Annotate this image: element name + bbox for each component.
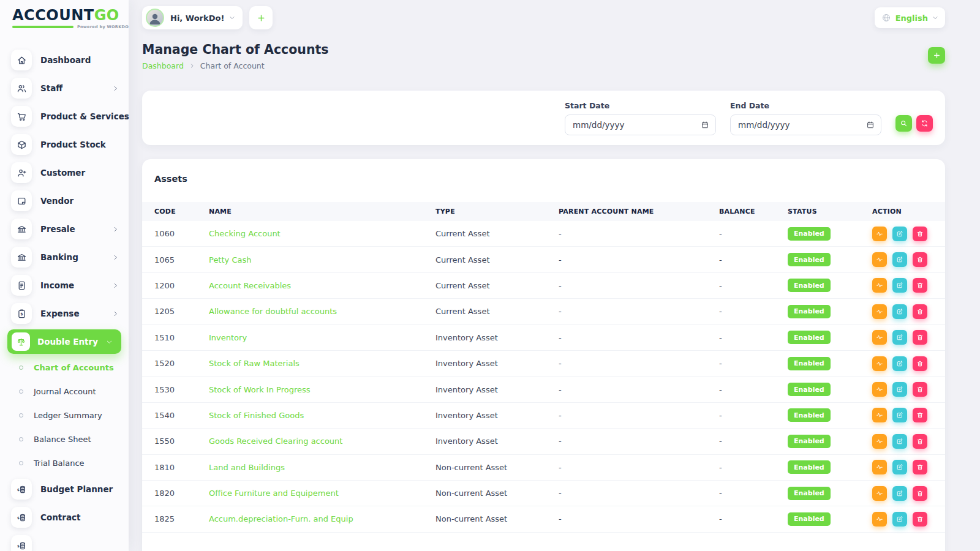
trash-icon [916,334,924,341]
account-name-link[interactable]: Accum.depreciation-Furn. and Equip [209,514,353,523]
sidebar-item-banking[interactable]: Banking [0,243,129,271]
wave-icon [876,411,883,419]
delete-action-button[interactable] [913,227,927,241]
delete-action-button[interactable] [913,512,927,527]
end-date-input[interactable]: mm/dd/yyyy [730,114,881,135]
account-name-link[interactable]: Petty Cash [209,255,251,264]
sidebar-item-dashboard[interactable]: Dashboard [0,46,129,74]
account-balance: - [719,489,788,498]
sidebar-item-contract[interactable]: $Contract [0,503,129,531]
transactions-action-button[interactable] [872,512,887,527]
transactions-action-button[interactable] [872,382,887,397]
delete-action-button[interactable] [913,486,927,501]
account-name-link[interactable]: Office Furniture and Equipement [209,489,339,498]
edit-action-button[interactable] [892,434,907,449]
transactions-action-button[interactable] [872,434,887,449]
edit-action-button[interactable] [892,252,907,267]
apply-filter-button[interactable] [895,115,912,132]
trash-icon [916,230,924,238]
edit-action-button[interactable] [892,486,907,501]
start-date-input[interactable]: mm/dd/yyyy [565,114,716,135]
transactions-action-button[interactable] [872,356,887,371]
sidebar-item-balance-sheet[interactable]: Balance Sheet [0,427,129,451]
wave-icon [876,386,883,393]
account-name-link[interactable]: Account Receivables [209,281,291,290]
sidebar-item-chart-of-accounts[interactable]: Chart of Accounts [0,356,129,380]
edit-action-button[interactable] [892,356,907,371]
calendar-icon[interactable] [866,121,875,129]
edit-action-button[interactable] [892,512,907,527]
transactions-action-button[interactable] [872,304,887,319]
edit-action-button[interactable] [892,304,907,319]
edit-action-button[interactable] [892,330,907,345]
edit-action-button[interactable] [892,227,907,241]
reset-filter-button[interactable] [916,115,933,132]
edit-action-button[interactable] [892,460,907,474]
transactions-action-button[interactable] [872,460,887,474]
brand-logo[interactable]: ACCOUNTGO Powered by WORKDO [0,0,129,36]
sidebar-item-vendor[interactable]: Vendor [0,187,129,215]
sidebar-item-product-services[interactable]: Product & Services [0,102,129,130]
sidebar-item-expense[interactable]: $Expense [0,299,129,328]
account-name-link[interactable]: Stock of Raw Materials [209,359,300,368]
delete-action-button[interactable] [913,330,927,345]
sidebar-item-label: Presale [40,224,112,234]
delete-action-button[interactable] [913,434,927,449]
account-name-link[interactable]: Checking Account [209,229,281,238]
transactions-action-button[interactable] [872,278,887,293]
account-name-link[interactable]: Inventory [209,333,247,342]
sidebar-item-presale[interactable]: Presale [0,215,129,243]
edit-icon [896,230,903,238]
transactions-action-button[interactable] [872,486,887,501]
delete-action-button[interactable] [913,304,927,319]
delete-action-button[interactable] [913,356,927,371]
calendar-icon[interactable] [701,121,709,129]
sidebar-item-double-entry[interactable]: Double Entry [7,329,121,354]
delete-action-button[interactable] [913,382,927,397]
account-name-link[interactable]: Allowance for doubtful accounts [209,307,337,316]
create-account-button[interactable] [928,47,945,64]
edit-icon [896,386,903,393]
sidebar-item-partial[interactable]: $ [0,531,129,551]
language-selector[interactable]: English [875,7,945,28]
trash-icon [916,282,924,289]
sidebar-item-customer[interactable]: Customer [0,159,129,187]
delete-action-button[interactable] [913,408,927,422]
vendor-icon [11,190,32,211]
end-date-label: End Date [730,101,881,110]
edit-action-button[interactable] [892,382,907,397]
sidebar-item-journal-account[interactable]: Journal Account [0,380,129,403]
edit-action-button[interactable] [892,408,907,422]
account-type: Current Asset [435,255,559,264]
transactions-action-button[interactable] [872,227,887,241]
sidebar-item-income[interactable]: Income [0,271,129,299]
account-name-link[interactable]: Land and Buildings [209,463,285,472]
transactions-action-button[interactable] [872,252,887,267]
account-name-link[interactable]: Stock of Finished Goods [209,411,304,420]
account-name-link[interactable]: Stock of Work In Progress [209,385,311,394]
sidebar-item-ledger-summary[interactable]: Ledger Summary [0,403,129,427]
table-row: 1200Account ReceivablesCurrent Asset--En… [142,273,945,299]
account-name-link[interactable]: Goods Received Clearing account [209,437,342,446]
user-menu-button[interactable]: Hi, WorkDo! [142,6,243,29]
bullet-icon [19,389,23,394]
sidebar-item-budget-planner[interactable]: $Budget Planner [0,475,129,503]
transactions-action-button[interactable] [872,330,887,345]
delete-action-button[interactable] [913,278,927,293]
column-header-name: NAME [209,208,435,216]
sidebar: ACCOUNTGO Powered by WORKDO DashboardSta… [0,0,129,551]
sidebar-item-label: Customer [40,168,119,178]
account-balance: - [719,437,788,446]
sidebar-item-staff[interactable]: Staff [0,74,129,102]
delete-action-button[interactable] [913,252,927,267]
sidebar-item-product-stock[interactable]: Product Stock [0,130,129,159]
account-code: 1205 [154,307,209,316]
edit-action-button[interactable] [892,278,907,293]
sidebar-item-trial-balance[interactable]: Trial Balance [0,451,129,475]
sidebar-item-label: Trial Balance [34,459,119,468]
transactions-action-button[interactable] [872,408,887,422]
breadcrumb-dashboard-link[interactable]: Dashboard [142,61,184,70]
wave-icon [876,490,883,497]
delete-action-button[interactable] [913,460,927,474]
quick-add-button[interactable] [249,6,273,29]
